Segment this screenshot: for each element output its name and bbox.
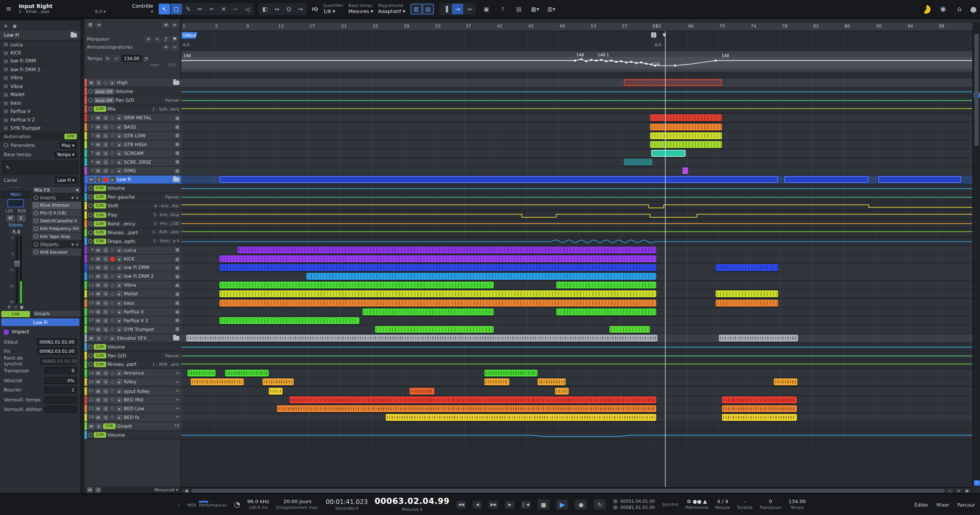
monitor-button[interactable]: ▸ [116,115,123,121]
monitor-button[interactable]: ▸ [116,326,123,332]
record-button[interactable] [110,124,115,129]
send-slot[interactable]: RVB Elevator [32,249,81,256]
arrow-tool[interactable]: ↖ [159,4,170,15]
field-value[interactable] [44,396,77,403]
monitor-button[interactable]: ▸ [116,124,123,130]
track-header-farfisa-v[interactable]: 16MS▸Farfisa V▦ [84,308,181,316]
insert-slot[interactable]: SketchCassette II [32,217,81,225]
clip[interactable] [409,388,434,394]
automation-mode-button[interactable]: Lire [94,238,106,244]
automation-curve[interactable] [181,220,972,228]
track-header-kick[interactable]: 9MS▸KICK▦ [84,255,181,264]
track-header-bed-fx[interactable]: 24MS▸BED fx≈ [84,413,181,422]
clip[interactable] [219,317,360,324]
clip[interactable] [237,246,656,253]
sidebar-track-item[interactable]: ▤low Fi DRM 2 [0,66,81,74]
record-button[interactable] [110,327,115,332]
power-icon[interactable] [88,195,92,199]
clip[interactable] [556,282,656,289]
control-value-dropdown[interactable]: ▾ [151,10,153,15]
track-header-volume[interactable]: LireVolume [84,184,181,193]
transform-icon[interactable]: ↔ [271,4,282,15]
track-header-vibra[interactable]: 13MS▸Vibra▦ [84,281,181,290]
clip[interactable] [651,150,686,156]
automation-curve[interactable] [181,343,972,352]
timebase-combo[interactable]: Base temps Mesures ▾ [348,4,373,14]
transpose-block[interactable]: 0Transposer [759,499,782,510]
automation-curve[interactable] [181,352,972,360]
mute-button[interactable]: M [95,318,101,323]
stop-button[interactable]: ■ [538,500,550,510]
snap-grid-icon[interactable]: ▥ [411,4,422,15]
monitor-button[interactable]: ▸ [116,282,123,288]
solo-button[interactable]: S [103,318,109,323]
track-header-pan-g-d[interactable]: LirePan G/DPanner [84,352,181,360]
sends-header[interactable]: Départs▾ + [32,241,81,248]
track-header-low-fi[interactable]: MS▸Low Fi [84,176,181,184]
track-header-volume[interactable]: LireVolume [84,431,181,440]
power-icon[interactable] [88,433,92,437]
main-time-display[interactable]: 00063.02.04.99 Mesures ▾ [375,497,450,512]
menu-icon[interactable]: ≡ [4,4,14,14]
mute-button[interactable]: M [95,274,101,279]
track-header-gtr-high[interactable]: 4MS▸GTR HIGH▦ [84,140,181,149]
automation-curve[interactable] [181,431,972,440]
record-button[interactable]: ● [575,500,587,510]
mute-button[interactable]: M [88,80,94,86]
monitor-button[interactable]: ▸ [110,335,116,341]
clip[interactable] [219,176,778,183]
mute-button[interactable]: M [95,326,101,332]
solo-button[interactable]: S [16,215,25,222]
record-button[interactable] [110,283,115,288]
volume-fader[interactable]: 06122448 [1,236,30,303]
snap-events-icon[interactable]: ▤ [423,4,434,15]
monitor-button[interactable]: ▸ [116,291,123,297]
mute-tool[interactable]: ✕ [218,4,229,15]
tempo-block[interactable]: 134.00Tempo [789,499,806,510]
clip[interactable] [716,291,778,298]
clip[interactable] [555,388,569,394]
monitor-button[interactable]: ▸ [116,265,123,271]
input-gain-box[interactable] [8,199,24,207]
track-header-volume[interactable]: LireVolume [84,343,181,352]
monitor-button[interactable]: ▸ [116,150,123,156]
mute-button[interactable]: M [88,335,94,341]
insert-slot[interactable]: kHs Tape Stop [32,233,81,241]
scroll-left-icon[interactable]: ◀ [183,488,190,493]
record-button[interactable] [110,318,115,323]
solo-button[interactable]: S [103,247,109,253]
track-header-high[interactable]: MS▸High [84,79,181,88]
automation-mode-button[interactable]: Lire [94,362,106,367]
solo-button[interactable]: S [96,80,102,86]
clip[interactable] [878,176,961,183]
automation-curve[interactable] [181,96,972,105]
power-icon[interactable] [88,107,92,111]
mute-button[interactable]: M [95,300,101,306]
monitor-button[interactable]: ▸ [116,142,123,147]
solo-button[interactable]: S [103,414,109,420]
track-header-scre-erse[interactable]: 6MS▸SCRE..ERSE▦ [84,158,181,167]
automation-curve[interactable] [181,360,972,369]
track-header-mallet[interactable]: 14MS▸Mallet▦ [84,290,181,299]
record-button[interactable] [103,177,108,182]
power-icon[interactable] [34,219,38,223]
followup-icon[interactable]: ↪ [295,4,306,15]
mute-button[interactable]: M [95,379,101,385]
automation-curve[interactable] [181,105,972,114]
timeline-ruler[interactable]: 1591317212529333741454953576162667074788… [181,23,972,31]
performance-monitor[interactable]: MIDI Performances [187,501,227,508]
record-button[interactable] [110,406,115,411]
track-header-shift[interactable]: LireShift4 - kHs ..fter [84,202,181,211]
sidebar-track-item[interactable]: ▤Vibra [0,82,81,91]
record-button[interactable] [110,116,115,121]
track-header-gtr-low[interactable]: 3MS▸GTR LOW▦ [84,132,181,140]
clip[interactable] [225,370,269,377]
automation-mode-button[interactable]: Lire [94,221,106,227]
scroll-right-icon[interactable]: ▶ [964,488,972,493]
track-header-ding[interactable]: 7MS▸DING▦ [84,167,181,176]
solo-button[interactable]: S [103,256,109,262]
mute-button[interactable]: M [88,423,94,429]
track-header-pan-g-d[interactable]: Auto: OffPan G/DPanner [84,96,181,105]
zoom-out-button[interactable]: − [974,480,980,486]
monitor-button[interactable]: ▸ [116,247,123,253]
